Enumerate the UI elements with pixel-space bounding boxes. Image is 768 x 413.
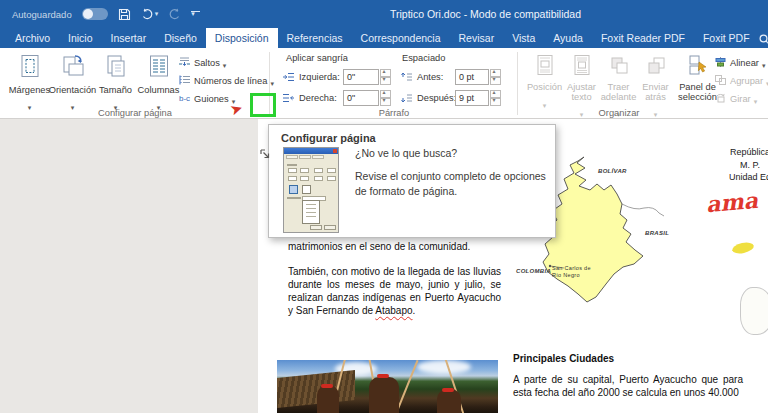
toggle-knob (83, 9, 93, 19)
autosave-label: Autoguardado (12, 9, 72, 20)
tab-inicio[interactable]: Inicio (59, 28, 102, 48)
indent-right-spinner[interactable] (380, 90, 391, 106)
search-button[interactable]: Buscar (759, 28, 768, 48)
spin-down-icon[interactable] (490, 77, 501, 85)
section-heading: Principales Ciudades (513, 352, 743, 365)
tab-foxit-reader-pdf[interactable]: Foxit Reader PDF (592, 28, 694, 48)
paragraph: A parte de su capital, Puerto Ayacucho q… (513, 373, 743, 399)
customize-qat-icon[interactable] (191, 5, 200, 23)
word-window: Autoguardado Triptico Ori.doc - Modo de … (0, 0, 768, 413)
page-setup-dialog-thumbnail (283, 147, 339, 233)
tab-correspondencia[interactable]: Correspondencia (352, 28, 450, 48)
indent-left-label: Izquierda: (299, 72, 343, 82)
paragraph: También, con motivo de la llegada de las… (288, 265, 501, 317)
autosave-toggle[interactable] (82, 8, 108, 20)
header-line: M. P. (695, 159, 768, 172)
tab-vista[interactable]: Vista (503, 28, 544, 48)
group-objects-icon (714, 72, 727, 90)
columns-label: Columnas (138, 85, 180, 95)
size-button[interactable]: Tamaño (94, 51, 137, 114)
orientation-label: Orientación (49, 85, 97, 95)
page-setup-tooltip: Configurar página ¿No ve lo que busca? R… (268, 124, 556, 238)
send-back-icon (644, 53, 668, 81)
search-icon (759, 34, 768, 45)
document-title: Triptico Ori.doc - Modo de compatibilida… (390, 0, 581, 28)
ribbon-tab-bar: Archivo Inicio Insertar Diseño Disposici… (0, 28, 768, 48)
spin-down-icon[interactable] (380, 77, 391, 85)
undo-icon[interactable] (141, 5, 159, 23)
indent-right-label: Derecha: (299, 93, 343, 103)
margins-button[interactable]: Márgenes (8, 51, 51, 114)
spacing-after-spinner[interactable] (490, 90, 501, 106)
logo-swoosh (731, 241, 755, 255)
spacing-after-label: Después: (417, 93, 455, 103)
tab-foxit-pdf[interactable]: Foxit PDF (694, 28, 759, 48)
tab-ayuda[interactable]: Ayuda (544, 28, 592, 48)
document-left-column[interactable]: matrimonios en el seno de la comunidad. … (288, 240, 501, 329)
document-right-column[interactable]: Principales Ciudades A parte de su capit… (513, 352, 743, 399)
map-label-san-carlos: San Carlos de Río Negro (552, 265, 591, 278)
breaks-button[interactable]: Saltos (178, 55, 226, 71)
spacing-after-input[interactable]: 9 pt (455, 90, 489, 106)
indent-right-icon (282, 89, 295, 107)
tab-insertar[interactable]: Insertar (102, 28, 156, 48)
position-icon (533, 53, 557, 81)
tab-revisar[interactable]: Revisar (450, 28, 504, 48)
group-parrafo: Aplicar sangría Espaciado Izquierda: 0" … (270, 48, 518, 119)
tab-diseno[interactable]: Diseño (155, 28, 206, 48)
orientation-button[interactable]: Orientación (51, 51, 94, 114)
svg-text:b-c: b-c (179, 94, 190, 103)
map-label-san-carlos-line2: Río Negro (552, 272, 580, 278)
paragraph: matrimonios en el seno de la comunidad. (288, 240, 501, 253)
selection-pane-icon (686, 53, 710, 81)
indigenous-dance-photo (277, 360, 498, 413)
group-label-organizar: Organizar (524, 108, 714, 118)
spacing-header: Espaciado (402, 53, 445, 63)
columns-button[interactable]: Columnas (137, 51, 180, 114)
tooltip-title: Configurar página (281, 132, 376, 144)
paragraph-text: . (413, 305, 416, 316)
ribbon: Márgenes Orientación Tamaño Columnas (0, 48, 768, 119)
header-line: República (695, 146, 768, 159)
size-label: Tamaño (99, 85, 132, 95)
indent-left-icon (282, 68, 295, 86)
size-icon (103, 53, 129, 83)
spin-down-icon[interactable] (380, 98, 391, 106)
save-icon[interactable] (118, 5, 131, 23)
line-numbers-button[interactable]: Números de línea (178, 73, 274, 89)
tab-archivo[interactable]: Archivo (6, 28, 59, 48)
spacing-before-input[interactable]: 0 pt (455, 69, 489, 85)
dropdown-caret-icon (762, 54, 766, 72)
spin-down-icon[interactable] (490, 98, 501, 106)
hyphenation-button[interactable]: b-c Guiones (178, 91, 235, 107)
more-commands-glyph (191, 11, 200, 20)
align-icon (714, 54, 727, 72)
tab-referencias[interactable]: Referencias (278, 28, 352, 48)
line-numbers-icon (178, 72, 191, 90)
titlebar: Autoguardado Triptico Ori.doc - Modo de … (0, 0, 768, 28)
position-label: Posición (527, 83, 562, 93)
align-button[interactable]: Alinear (714, 55, 765, 71)
page-break-icon (178, 54, 191, 72)
hyphenation-icon: b-c (178, 90, 191, 108)
tooltip-body: Revise el conjunto completo de opciones … (355, 169, 549, 198)
indent-left-spinner[interactable] (380, 69, 391, 85)
spacing-before-label: Antes: (417, 72, 455, 82)
spacing-before-spinner[interactable] (490, 69, 501, 85)
rotate-icon (714, 90, 727, 108)
margins-icon (17, 53, 43, 83)
tab-disposicion[interactable]: Disposición (206, 28, 278, 48)
header-line: Unidad Ed (695, 171, 768, 184)
spacing-after-icon (400, 89, 413, 107)
indent-left-input[interactable]: 0" (343, 69, 379, 85)
quick-access-toolbar: Autoguardado (12, 0, 200, 28)
indent-right-input[interactable]: 0" (343, 90, 379, 106)
columns-icon (146, 53, 172, 83)
tooltip-question: ¿No ve lo que busca? (355, 147, 457, 159)
map-label-brasil: BRASIL (645, 230, 669, 236)
redo-icon[interactable] (168, 5, 181, 23)
page-setup-dialog-launcher[interactable] (257, 146, 271, 160)
amazonas-logo: ama (705, 187, 759, 217)
send-back-label: Enviar atrás (637, 83, 674, 102)
orientation-icon (60, 53, 86, 83)
